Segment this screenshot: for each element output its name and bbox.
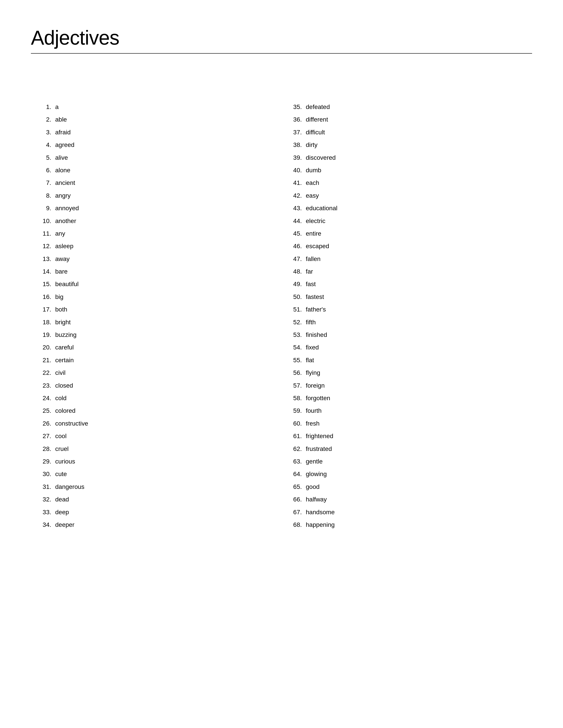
item-number: 28. xyxy=(31,444,55,454)
list-item: 61.frightened xyxy=(282,431,532,441)
item-number: 11. xyxy=(31,229,55,238)
list-item: 57.foreign xyxy=(282,381,532,390)
item-word: annoyed xyxy=(55,203,79,213)
item-word: big xyxy=(55,292,63,302)
list-item: 33.deep xyxy=(31,507,282,517)
item-word: frustrated xyxy=(306,444,332,454)
list-item: 25.colored xyxy=(31,406,282,415)
item-number: 8. xyxy=(31,191,55,200)
list-item: 4.agreed xyxy=(31,140,282,150)
item-number: 32. xyxy=(31,495,55,504)
item-number: 66. xyxy=(282,495,306,504)
item-word: dead xyxy=(55,495,69,504)
item-word: different xyxy=(306,115,328,124)
list-item: 8.angry xyxy=(31,191,282,200)
item-number: 40. xyxy=(282,165,306,175)
item-word: fixed xyxy=(306,343,319,352)
item-word: curious xyxy=(55,457,75,466)
item-number: 12. xyxy=(31,241,55,251)
item-number: 43. xyxy=(282,203,306,213)
item-number: 7. xyxy=(31,178,55,188)
list-item: 50.fastest xyxy=(282,292,532,302)
item-word: afraid xyxy=(55,128,71,137)
list-item: 55.flat xyxy=(282,355,532,365)
item-number: 39. xyxy=(282,153,306,162)
item-number: 44. xyxy=(282,216,306,226)
list-item: 11.any xyxy=(31,229,282,238)
item-word: any xyxy=(55,229,65,238)
item-word: ancient xyxy=(55,178,75,188)
list-item: 58.forgotten xyxy=(282,393,532,403)
item-word: educational xyxy=(306,203,337,213)
item-word: fresh xyxy=(306,419,320,428)
list-item: 38.dirty xyxy=(282,140,532,150)
title-divider xyxy=(31,53,532,54)
item-word: dangerous xyxy=(55,482,84,492)
item-word: bare xyxy=(55,267,68,276)
item-word: fallen xyxy=(306,254,321,264)
item-number: 4. xyxy=(31,140,55,150)
item-number: 55. xyxy=(282,355,306,365)
item-word: fifth xyxy=(306,317,316,327)
item-number: 20. xyxy=(31,343,55,352)
item-word: father's xyxy=(306,305,326,314)
item-number: 50. xyxy=(282,292,306,302)
item-word: happening xyxy=(306,520,335,529)
list-item: 23.closed xyxy=(31,381,282,390)
item-number: 17. xyxy=(31,305,55,314)
item-word: buzzing xyxy=(55,330,77,340)
list-item: 3.afraid xyxy=(31,128,282,137)
item-number: 29. xyxy=(31,457,55,466)
list-item: 27.cool xyxy=(31,431,282,441)
list-item: 9.annoyed xyxy=(31,203,282,213)
list-item: 28.cruel xyxy=(31,444,282,454)
item-number: 27. xyxy=(31,431,55,441)
item-word: cold xyxy=(55,393,66,403)
list-item: 40.dumb xyxy=(282,165,532,175)
item-number: 5. xyxy=(31,153,55,162)
item-number: 64. xyxy=(282,469,306,479)
right-column: 35.defeated36.different37.difficult38.di… xyxy=(282,102,532,533)
list-item: 2.able xyxy=(31,115,282,124)
item-number: 6. xyxy=(31,165,55,175)
item-word: cute xyxy=(55,469,67,479)
list-item: 44.electric xyxy=(282,216,532,226)
item-number: 13. xyxy=(31,254,55,264)
item-number: 3. xyxy=(31,128,55,137)
item-word: far xyxy=(306,267,313,276)
list-item: 68.happening xyxy=(282,520,532,529)
item-word: colored xyxy=(55,406,75,415)
item-number: 36. xyxy=(282,115,306,124)
list-item: 47.fallen xyxy=(282,254,532,264)
item-word: cool xyxy=(55,431,66,441)
item-number: 54. xyxy=(282,343,306,352)
item-word: deep xyxy=(55,507,69,517)
list-item: 60.fresh xyxy=(282,419,532,428)
item-word: constructive xyxy=(55,419,88,428)
item-number: 47. xyxy=(282,254,306,264)
list-item: 48.far xyxy=(282,267,532,276)
item-word: gentle xyxy=(306,457,323,466)
item-number: 19. xyxy=(31,330,55,340)
list-item: 24.cold xyxy=(31,393,282,403)
item-number: 10. xyxy=(31,216,55,226)
item-number: 67. xyxy=(282,507,306,517)
list-item: 52.fifth xyxy=(282,317,532,327)
item-number: 25. xyxy=(31,406,55,415)
item-number: 21. xyxy=(31,355,55,365)
item-number: 68. xyxy=(282,520,306,529)
item-number: 16. xyxy=(31,292,55,302)
item-word: defeated xyxy=(306,102,330,112)
list-item: 63.gentle xyxy=(282,457,532,466)
item-word: escaped xyxy=(306,241,329,251)
item-word: alone xyxy=(55,165,70,175)
item-word: entire xyxy=(306,229,321,238)
item-word: agreed xyxy=(55,140,74,150)
list-item: 22.civil xyxy=(31,368,282,377)
list-item: 56.flying xyxy=(282,368,532,377)
item-number: 41. xyxy=(282,178,306,188)
list-item: 34.deeper xyxy=(31,520,282,529)
list-item: 49.fast xyxy=(282,279,532,289)
item-word: good xyxy=(306,482,320,492)
item-word: handsome xyxy=(306,507,335,517)
